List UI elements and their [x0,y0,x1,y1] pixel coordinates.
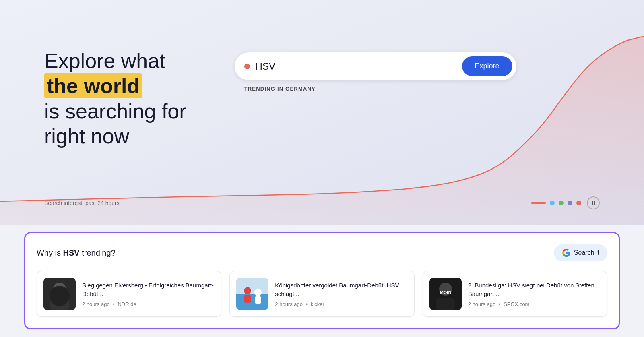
news-info-3: 2. Bundesliga: HSV siegt bei Debüt von S… [468,281,601,307]
indicator-dot-4[interactable] [576,201,581,205]
headline-line4: right now [44,124,129,148]
chart-footer: Search interest, past 24 hours [0,196,644,209]
svg-text:MOIN: MOIN [54,290,66,295]
trending-label: TRENDING IN GERMANY [235,86,516,92]
svg-rect-12 [436,298,455,310]
cards-header: Why is HSV trending? Search it [37,244,607,261]
explore-button[interactable]: Explore [462,56,512,76]
news-headline-2: Königsdörffer vergoldet Baumgart-Debüt: … [275,281,407,298]
trending-cards-section: Why is HSV trending? Search it MOIN [24,232,620,329]
news-headline-3: 2. Bundesliga: HSV siegt bei Debüt von S… [468,281,601,298]
headline-line1: Explore what [44,49,165,72]
hero-section: Explore what the world is searching for … [0,0,644,225]
news-thumb-1: MOIN [43,278,76,310]
news-info-1: Sieg gegen Elversberg - Erfolgreiches Ba… [82,281,215,307]
search-input[interactable] [256,61,456,72]
search-area: Explore TRENDING IN GERMANY [235,48,516,92]
svg-point-1 [53,283,66,296]
news-card-1[interactable]: MOIN Sieg gegen Elversberg - Erfolgreich… [37,271,221,317]
google-g-icon [562,248,571,257]
news-meta-1: 2 hours ago • NDR.de [82,301,215,307]
pause-icon [592,201,595,205]
trending-dot [244,64,250,69]
news-meta-2: 2 hours ago • kicker [275,301,407,307]
news-thumb-3: MOIN [429,278,462,310]
headline-highlight: the world [44,73,142,98]
svg-rect-5 [236,294,268,310]
svg-rect-2 [50,298,69,310]
news-thumb-2 [236,278,268,310]
svg-rect-7 [244,295,251,303]
news-card-3[interactable]: MOIN 2. Bundesliga: HSV siegt bei Debüt … [423,271,607,317]
indicator-dot-3[interactable] [568,201,572,205]
headline: Explore what the world is searching for … [44,48,186,149]
news-card-2[interactable]: Königsdörffer vergoldet Baumgart-Debüt: … [229,271,414,317]
news-info-2: Königsdörffer vergoldet Baumgart-Debüt: … [275,281,407,307]
news-meta-3: 2 hours ago • SPOX.com [468,301,601,307]
chart-indicators [531,196,600,209]
pause-button[interactable] [587,196,600,209]
svg-rect-9 [255,296,261,304]
search-bar: Explore [235,52,516,80]
headline-line3: is searching for [44,99,186,123]
svg-point-6 [244,287,251,294]
cards-title: Why is HSV trending? [37,248,116,258]
indicator-dot-2[interactable] [559,201,564,205]
chart-label: Search interest, past 24 hours [44,200,120,206]
indicator-active [531,202,546,204]
search-it-button[interactable]: Search it [554,244,607,261]
svg-point-8 [254,289,262,296]
search-it-label: Search it [574,249,599,256]
news-headline-1: Sieg gegen Elversberg - Erfolgreiches Ba… [82,281,215,298]
news-cards-grid: MOIN Sieg gegen Elversberg - Erfolgreich… [37,271,607,317]
indicator-dot-1[interactable] [550,201,555,205]
svg-text:MOIN: MOIN [440,290,451,295]
